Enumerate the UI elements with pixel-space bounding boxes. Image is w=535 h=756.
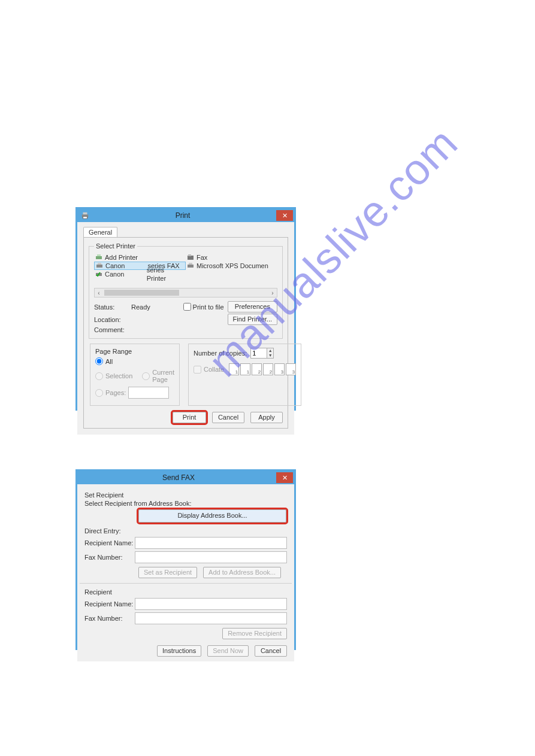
send-fax-dialog: Send FAX ✕ Set Recipient Select Recipien… (75, 469, 296, 650)
add-printer-icon (95, 254, 102, 261)
remove-recipient-button[interactable]: Remove Recipient (222, 628, 287, 639)
preferences-button[interactable]: Preferences (228, 301, 277, 312)
spin-up-icon[interactable]: ▲ (267, 348, 273, 353)
radio-selection[interactable]: Selection (95, 369, 132, 383)
copies-group: Number of copies: ▲ ▼ Collate (188, 344, 301, 406)
svg-rect-8 (98, 263, 101, 265)
collate-label: Collate (204, 366, 224, 373)
printer-ms-xps-label: Microsoft XPS Documen (197, 262, 268, 270)
printer-scrollbar[interactable]: ‹ › (94, 288, 277, 297)
printer-fax[interactable]: Fax (186, 253, 277, 262)
close-icon[interactable]: ✕ (276, 210, 293, 221)
tabstrip: General (83, 227, 288, 237)
instructions-button[interactable]: Instructions (157, 645, 201, 657)
page-icon: 3 (274, 363, 285, 375)
radio-current-label: Current Page (152, 369, 174, 383)
select-printer-legend: Select Printer (94, 242, 137, 250)
status-label: Status: (94, 303, 128, 311)
print-button[interactable]: Print (173, 412, 206, 423)
printer-add[interactable]: Add Printer (94, 253, 186, 262)
scroll-track[interactable] (104, 290, 267, 296)
recipient-section-label: Recipient (84, 588, 287, 596)
send-now-button[interactable]: Send Now (207, 645, 249, 657)
printer-canon-prefix: Canon (105, 270, 124, 278)
scroll-left-icon[interactable]: ‹ (95, 290, 103, 296)
fax-title: Send FAX (81, 473, 276, 482)
radio-pages[interactable]: Pages: (95, 387, 174, 399)
print-to-file-input[interactable] (183, 303, 191, 311)
set-as-recipient-button[interactable]: Set as Recipient (138, 567, 197, 578)
spin-down-icon[interactable]: ▼ (267, 353, 273, 358)
collate-checkbox[interactable] (194, 366, 201, 374)
recipient-name-label-2: Recipient Name: (84, 600, 135, 608)
page-icon: 1 (240, 363, 250, 375)
printer-canon-fax-prefix: Canon (105, 262, 125, 270)
fax-number-label-2: Fax Number: (84, 615, 135, 622)
svg-rect-6 (188, 254, 191, 256)
close-icon[interactable]: ✕ (276, 472, 293, 483)
display-address-book-button[interactable]: Display Address Book... (138, 509, 286, 523)
collate-preview: 1 1 2 2 3 3 (229, 363, 296, 375)
svg-rect-7 (96, 265, 102, 268)
print-to-file-checkbox[interactable]: Print to file (183, 303, 224, 311)
printer-canon-printer[interactable]: Canon series Printer (94, 270, 186, 278)
cancel-button[interactable]: Cancel (212, 412, 244, 423)
fax-number-label: Fax Number: (84, 554, 135, 561)
radio-pages-input[interactable] (95, 389, 103, 397)
svg-rect-5 (188, 256, 194, 260)
copies-label: Number of copies: (194, 350, 247, 357)
cancel-button[interactable]: Cancel (255, 645, 287, 657)
radio-all[interactable]: All (95, 357, 174, 365)
fax-number-input[interactable] (135, 551, 287, 563)
print-to-file-label: Print to file (193, 303, 224, 311)
printer-check-icon (95, 271, 102, 278)
fax-number-input-2[interactable] (135, 612, 287, 624)
page-icon: 2 (252, 363, 262, 375)
tab-general[interactable]: General (83, 227, 117, 237)
svg-rect-2 (83, 217, 87, 219)
tab-panel-general: Select Printer Add Printer Fax (83, 237, 288, 429)
page-icon: 2 (263, 363, 273, 375)
printer-ms-xps[interactable]: Microsoft XPS Documen (186, 262, 277, 270)
fax-titlebar: Send FAX ✕ (77, 471, 294, 484)
status-value: Ready (131, 303, 180, 311)
scroll-right-icon[interactable]: › (268, 290, 277, 296)
radio-all-input[interactable] (95, 357, 103, 365)
radio-current-page[interactable]: Current Page (142, 369, 174, 383)
print-titlebar: Print ✕ (77, 209, 294, 222)
page-icon: 3 (286, 363, 296, 375)
svg-rect-1 (83, 212, 87, 215)
radio-all-label: All (105, 358, 113, 365)
printer-canon-suffix: series Printer (147, 266, 185, 283)
comment-label: Comment: (94, 326, 128, 333)
divider (80, 583, 292, 584)
select-printer-group: Select Printer Add Printer Fax (89, 242, 283, 339)
printer-list[interactable]: Add Printer Fax Canon series FAX (94, 253, 277, 286)
svg-rect-10 (189, 263, 192, 265)
set-recipient-label: Set Recipient (84, 491, 287, 499)
radio-selection-input[interactable] (95, 372, 103, 380)
print-dialog: Print ✕ General Select Printer Add Print… (75, 207, 296, 411)
svg-rect-4 (97, 254, 101, 256)
copies-spinner[interactable]: ▲ ▼ (250, 348, 274, 359)
recipient-name-input-2[interactable] (135, 598, 287, 610)
printer-icon (187, 262, 194, 269)
find-printer-button[interactable]: Find Printer... (228, 314, 277, 325)
printer-fax-label: Fax (197, 253, 207, 262)
recipient-name-input[interactable] (135, 537, 287, 549)
printer-add-label: Add Printer (105, 253, 138, 262)
recipient-name-label: Recipient Name: (84, 539, 135, 546)
add-to-address-book-button[interactable]: Add to Address Book... (203, 567, 281, 578)
radio-selection-label: Selection (105, 372, 132, 379)
page-range-group: Page Range All Selection Current Page (90, 344, 180, 406)
apply-button[interactable]: Apply (250, 412, 283, 423)
printer-icon (81, 211, 89, 220)
radio-pages-label: Pages: (105, 389, 126, 396)
location-label: Location: (94, 316, 128, 323)
page-icon: 1 (229, 363, 239, 375)
page-range-legend: Page Range (95, 348, 174, 355)
copies-input[interactable] (251, 348, 267, 358)
radio-current-input[interactable] (142, 372, 150, 380)
fax-icon (187, 254, 194, 261)
pages-input[interactable] (128, 387, 169, 399)
